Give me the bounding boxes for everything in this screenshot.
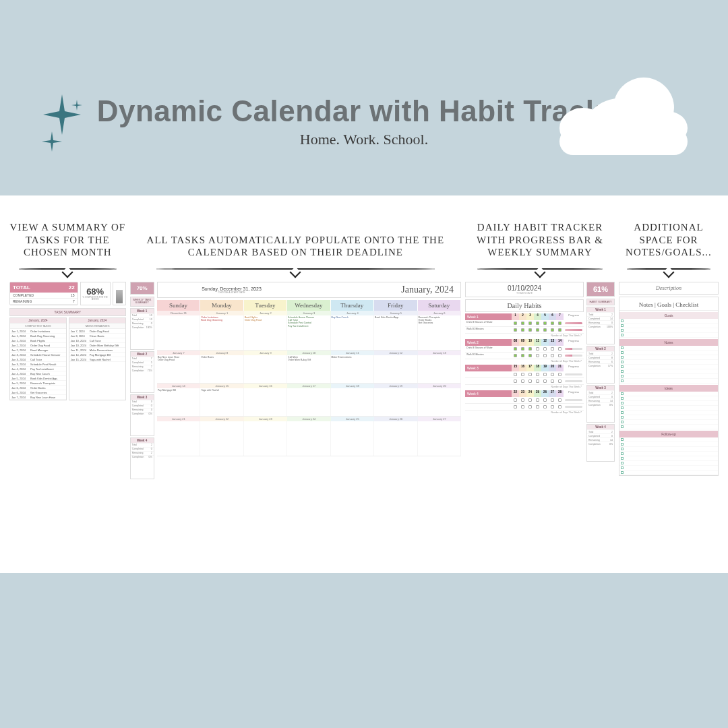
habit-checkbox[interactable] [526, 353, 534, 359]
habit-checkbox[interactable] [519, 353, 526, 359]
checklist-row[interactable] [619, 411, 718, 415]
checklist-row[interactable] [619, 471, 718, 475]
habit-checkbox[interactable] [549, 346, 556, 352]
event-cell[interactable]: Schedule House CleanerCall TutorSchedule… [287, 315, 330, 350]
checklist-row[interactable] [619, 466, 718, 471]
habit-checkbox[interactable] [526, 397, 534, 403]
event-cell[interactable] [244, 421, 287, 456]
habit-checkbox[interactable] [541, 320, 549, 326]
checklist-row[interactable] [619, 333, 718, 338]
habit-checkbox[interactable] [512, 320, 519, 326]
habit-checkbox[interactable] [519, 371, 526, 377]
habit-checkbox[interactable] [549, 371, 556, 377]
checklist-row[interactable] [619, 442, 718, 447]
checkbox-icon[interactable] [621, 411, 624, 414]
checklist-row[interactable] [619, 437, 718, 442]
event-cell[interactable]: Research TherapistsOrder BooksGet Grocer… [418, 315, 461, 350]
checklist-row[interactable] [619, 365, 718, 369]
checkbox-icon[interactable] [621, 416, 624, 419]
checkbox-icon[interactable] [621, 320, 624, 322]
event-cell[interactable]: Buy New Couch [331, 315, 374, 350]
habit-checkbox[interactable] [541, 346, 549, 352]
checkbox-icon[interactable] [621, 365, 624, 368]
habit-checkbox[interactable] [556, 353, 564, 359]
habit-checkbox[interactable] [541, 404, 549, 410]
checkbox-icon[interactable] [621, 462, 624, 464]
checkbox-icon[interactable] [621, 406, 624, 409]
checklist-row[interactable] [619, 379, 718, 384]
event-cell[interactable] [331, 421, 374, 456]
habit-checkbox[interactable] [556, 327, 564, 333]
checkbox-icon[interactable] [621, 329, 624, 332]
habit-checkbox[interactable] [534, 371, 541, 377]
checkbox-icon[interactable] [621, 375, 624, 377]
checklist-row[interactable] [619, 328, 718, 333]
event-cell[interactable] [287, 388, 330, 416]
event-cell[interactable]: Yoga with Rachel [200, 388, 243, 416]
checkbox-icon[interactable] [621, 421, 624, 423]
event-cell[interactable]: Call MomOrder Mom B-day Gift [287, 355, 330, 383]
event-cell[interactable] [418, 355, 461, 383]
checklist-row[interactable] [619, 324, 718, 328]
checkbox-icon[interactable] [621, 397, 624, 400]
checkbox-icon[interactable] [621, 356, 624, 359]
habit-checkbox[interactable] [556, 320, 564, 326]
checkbox-icon[interactable] [621, 334, 624, 336]
habit-checkbox[interactable] [556, 397, 564, 403]
habit-checkbox[interactable] [549, 327, 556, 333]
checklist-row[interactable] [619, 369, 718, 374]
checklist-row[interactable] [619, 415, 718, 420]
checkbox-icon[interactable] [621, 351, 624, 354]
checkbox-icon[interactable] [621, 361, 624, 363]
event-cell[interactable]: Pay Mortgage Bill [157, 388, 200, 416]
habit-checkbox[interactable] [534, 346, 541, 352]
habit-checkbox[interactable] [541, 353, 549, 359]
habit-checkbox[interactable] [541, 371, 549, 377]
checkbox-icon[interactable] [621, 425, 624, 428]
checklist-row[interactable] [619, 319, 718, 324]
habit-checkbox[interactable] [526, 378, 534, 384]
event-cell[interactable] [287, 421, 330, 456]
checkbox-icon[interactable] [621, 457, 624, 460]
checklist-row[interactable] [619, 351, 718, 355]
start-date[interactable]: Sunday, December 31, 2023 [158, 286, 306, 291]
event-cell[interactable] [418, 388, 461, 416]
habit-checkbox[interactable] [534, 404, 541, 410]
event-cell[interactable]: Buy New Lawn HoseOrder Dog Food [157, 355, 200, 383]
habit-checkbox[interactable] [556, 404, 564, 410]
event-cell[interactable] [374, 355, 417, 383]
habit-checkbox[interactable] [512, 397, 519, 403]
habit-checkbox[interactable] [534, 353, 541, 359]
habit-checkbox[interactable] [556, 371, 564, 377]
habit-checkbox[interactable] [534, 327, 541, 333]
event-cell[interactable] [331, 388, 374, 416]
habit-checkbox[interactable] [512, 327, 519, 333]
checklist-row[interactable] [619, 374, 718, 379]
habit-checkbox[interactable] [549, 378, 556, 384]
checkbox-icon[interactable] [621, 392, 624, 395]
checkbox-icon[interactable] [621, 402, 624, 404]
habit-checkbox[interactable] [512, 404, 519, 410]
habit-checkbox[interactable] [526, 371, 534, 377]
habit-checkbox[interactable] [526, 320, 534, 326]
habit-checkbox[interactable] [519, 404, 526, 410]
habit-checkbox[interactable] [519, 378, 526, 384]
event-cell[interactable] [418, 421, 461, 456]
habit-checkbox[interactable] [541, 378, 549, 384]
habit-checkbox[interactable] [549, 404, 556, 410]
event-cell[interactable] [244, 355, 287, 383]
event-cell[interactable] [244, 388, 287, 416]
habit-checkbox[interactable] [534, 320, 541, 326]
event-cell[interactable] [157, 315, 200, 350]
checklist-row[interactable] [619, 447, 718, 452]
checklist-row[interactable] [619, 396, 718, 401]
event-cell[interactable]: Make Reservations [331, 355, 374, 383]
checkbox-icon[interactable] [621, 370, 624, 373]
habit-checkbox[interactable] [549, 353, 556, 359]
event-cell[interactable] [157, 421, 200, 456]
checklist-row[interactable] [619, 406, 718, 411]
habit-checkbox[interactable] [526, 404, 534, 410]
checklist-row[interactable] [619, 360, 718, 365]
habit-checkbox[interactable] [549, 320, 556, 326]
event-cell[interactable] [374, 421, 417, 456]
